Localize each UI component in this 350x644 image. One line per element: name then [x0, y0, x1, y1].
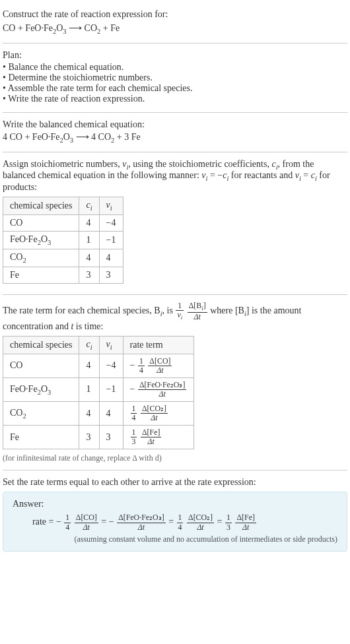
cell-vi: 4 — [99, 402, 123, 426]
stoich-intro: Assign stoichiometric numbers, νi, using… — [3, 159, 347, 193]
plan-item: • Determine the stoichiometric numbers. — [3, 73, 347, 83]
frac-den: 4 — [177, 523, 184, 532]
plan-item: • Write the rate of reaction expression. — [3, 94, 347, 104]
cell-species: CO — [3, 214, 79, 231]
eq-rhs: CO — [85, 23, 97, 33]
balanced-title: Write the balanced chemical equation: — [3, 119, 347, 130]
frac-den: Δt — [117, 523, 166, 532]
neg: − — [130, 384, 135, 394]
cell-rate: 13 Δ[Fe]Δt — [123, 426, 194, 449]
answer-note: (assuming constant volume and no accumul… — [13, 534, 337, 544]
text: , using the stoichiometric coefficients, — [128, 159, 271, 169]
table-row: Fe 3 3 13 Δ[Fe]Δt — [3, 426, 194, 449]
sub-i: i — [181, 314, 182, 321]
text: = − — [207, 170, 223, 180]
text: The rate term for each chemical species,… — [3, 306, 160, 315]
cell-ci: 4 — [79, 214, 99, 231]
sub-i: i — [90, 205, 92, 212]
text: ] — [203, 301, 206, 310]
cell-vi: 3 — [99, 426, 123, 449]
stoich-section: Assign stoichiometric numbers, νi, using… — [3, 152, 347, 294]
cell-ci: 1 — [79, 231, 99, 249]
frac-den: νi — [176, 311, 184, 321]
frac-num: Δ[CO] — [148, 357, 172, 366]
rateterm-note: (for infinitesimal rate of change, repla… — [3, 453, 347, 463]
col-ci: ci — [79, 197, 99, 215]
frac-den: Δt — [187, 523, 214, 532]
text: CO — [10, 252, 22, 262]
cell-rate: − Δ[FeO·Fe₂O₃]Δt — [123, 377, 194, 401]
table-row: CO2 4 4 — [3, 249, 123, 267]
eq-text: O — [63, 132, 70, 142]
rate-prefix: rate = − — [32, 517, 61, 527]
frac-num: 1 — [131, 404, 137, 414]
fraction: Δ[CO]Δt — [148, 357, 172, 375]
frac-den: Δt — [188, 313, 207, 321]
fraction: 1νi — [176, 302, 184, 321]
fraction: 14 — [64, 513, 71, 531]
cell-species: FeO·Fe2O3 — [3, 231, 79, 249]
cell-vi: −1 — [99, 377, 123, 401]
frac-num: Δ[FeO·Fe₂O₃] — [117, 513, 166, 523]
neg: − — [130, 360, 135, 370]
plan-list: • Balance the chemical equation. • Deter… — [3, 62, 347, 104]
rateterm-intro: The rate term for each chemical species,… — [3, 302, 347, 332]
eq-text: 4 CO — [91, 132, 111, 142]
sub: 2 — [22, 412, 26, 420]
fraction: Δ[CO₂]Δt — [141, 404, 168, 422]
cell-ci: 4 — [79, 354, 99, 377]
cell-species: FeO·Fe2O3 — [3, 377, 79, 401]
text: O — [41, 384, 48, 394]
cell-species: Fe — [3, 426, 79, 449]
text: for reactants and — [228, 170, 295, 180]
text: FeO·Fe — [10, 234, 38, 244]
text: CO — [10, 408, 22, 418]
frac-num: 1 — [131, 428, 137, 437]
frac-num: 1 — [177, 513, 184, 523]
stoich-table: chemical species ci νi CO 4 −4 FeO·Fe2O3… — [3, 197, 123, 283]
frac-num: Δ[CO₂] — [187, 513, 214, 523]
text: Assign stoichiometric numbers, — [3, 159, 122, 169]
col-vi: νi — [99, 336, 123, 354]
fraction: Δ[CO₂]Δt — [187, 513, 214, 531]
sub: 3 — [48, 239, 51, 246]
answer-expression: rate = − 14 Δ[CO]Δt = − Δ[FeO·Fe₂O₃]Δt =… — [32, 513, 337, 531]
cell-ci: 4 — [79, 249, 99, 267]
frac-num: Δ[CO] — [75, 513, 98, 523]
frac-den: Δt — [141, 414, 168, 422]
text: CO — [10, 218, 22, 228]
fraction: 13 — [131, 428, 137, 446]
cell-vi: 4 — [99, 249, 123, 267]
frac-den: 4 — [64, 523, 71, 532]
fraction: 13 — [225, 513, 232, 531]
final-intro: Set the rate terms equal to each other t… — [3, 477, 347, 488]
frac-den: Δt — [235, 523, 256, 532]
fraction: 14 — [138, 357, 145, 375]
eq: = − — [101, 517, 114, 527]
sub-i: i — [110, 344, 112, 351]
cell-rate: 14 Δ[CO₂]Δt — [123, 402, 194, 426]
final-section: Set the rate terms equal to each other t… — [3, 470, 347, 558]
eq-arrow: ⟶ — [73, 132, 91, 142]
frac-num: Δ[FeO·Fe₂O₃] — [138, 381, 187, 390]
table-row: FeO·Fe2O3 1 −1 — [3, 231, 123, 249]
fraction: Δ[FeO·Fe₂O₃]Δt — [117, 513, 166, 531]
frac-den: 3 — [225, 523, 232, 532]
frac-num: Δ[Bi] — [188, 302, 207, 313]
unbalanced-equation: CO + FeO·Fe2O3 ⟶ CO2 + Fe — [3, 22, 347, 35]
fraction: Δ[Fe]Δt — [235, 513, 256, 531]
cell-ci: 3 — [79, 267, 99, 283]
text: FeO·Fe — [10, 384, 38, 394]
cell-rate: − 14 Δ[CO]Δt — [123, 354, 194, 377]
fraction: 14 — [177, 513, 184, 531]
frac-den: Δt — [75, 523, 98, 532]
plan-item: • Assemble the rate term for each chemic… — [3, 83, 347, 94]
cell-species: CO2 — [3, 402, 79, 426]
cell-vi: −4 — [99, 354, 123, 377]
frac-den: Δt — [148, 366, 172, 375]
text: CO — [10, 360, 22, 370]
cell-species: Fe — [3, 267, 79, 283]
text: where [B — [210, 306, 244, 315]
col-ci: ci — [79, 336, 99, 354]
frac-den: Δt — [141, 437, 161, 446]
